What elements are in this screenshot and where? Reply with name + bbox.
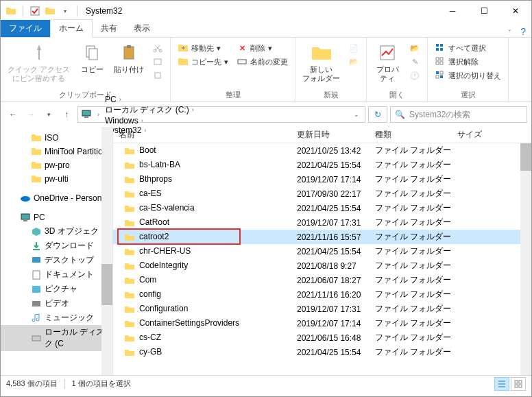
search-input[interactable]: 🔍 System32の検索 [390,106,527,123]
file-row[interactable]: Com2021/06/07 18:27ファイル フォルダー [113,273,531,287]
easy-access-button[interactable]: 📂 [346,56,362,68]
nav-tree[interactable]: ISOMiniTool Partitiopw-propw-ultiOneDriv… [1,127,113,375]
col-type[interactable]: 種類 [370,129,452,141]
column-headers[interactable]: 名前 更新日時 種類 サイズ [113,127,531,143]
file-row[interactable]: config2021/11/16 16:20ファイル フォルダー [113,287,531,302]
select-invert-button[interactable]: 選択の切り替え [432,69,504,82]
tree-scroll-thumb[interactable] [101,264,112,305]
new-folder-button[interactable]: 新しいフォルダー [300,40,343,84]
svg-rect-19 [436,71,439,74]
tab-home[interactable]: ホーム [50,19,93,38]
back-button[interactable]: ← [5,106,21,123]
tab-file[interactable]: ファイル [1,20,50,37]
refresh-button[interactable]: ↻ [368,106,387,123]
file-row[interactable]: Boot2021/10/25 13:42ファイル フォルダー [113,143,531,158]
svg-rect-36 [519,385,522,387]
tree-item[interactable]: OneDrive - Person [1,191,112,205]
col-name[interactable]: 名前 [113,129,291,141]
breadcrumb-segment[interactable]: PC› [102,95,197,104]
copy-to-button[interactable]: コピー先 ▾ [175,56,231,68]
search-placeholder: System32の検索 [409,109,470,121]
maximize-button[interactable]: ☐ [468,1,500,21]
tree-item[interactable]: MiniTool Partitio [1,145,112,158]
file-row[interactable]: Bthprops2019/12/07 17:14ファイル フォルダー [113,172,531,187]
tree-item[interactable]: ミュージック [1,311,112,325]
breadcrumb-segment[interactable]: Windows› [102,116,197,125]
history-button[interactable]: 🕐 [407,69,423,82]
svg-rect-32 [32,336,40,341]
cut-button[interactable] [149,42,166,54]
close-button[interactable]: ✕ [500,1,531,21]
properties-button[interactable]: プロパティ [371,40,404,84]
details-view-button[interactable] [494,377,509,391]
tree-item[interactable]: デスクトップ [1,253,112,267]
icons-view-button[interactable] [511,377,526,391]
delete-button[interactable]: ✕削除 ▾ [234,42,291,54]
file-row[interactable]: ca-ES2017/09/30 22:17ファイル フォルダー [113,187,531,201]
tree-item[interactable]: ピクチャ [1,282,112,296]
tree-item[interactable]: pw-ulti [1,172,112,186]
tree-item[interactable]: ローカル ディスク (C [1,325,112,351]
select-none-button[interactable]: 選択解除 [432,56,504,68]
minimize-button[interactable]: ─ [437,1,468,21]
hdd-icon [31,333,42,344]
edit-button[interactable]: ✎ [407,56,423,68]
col-date[interactable]: 更新日時 [291,129,370,141]
file-row[interactable]: cy-GB2021/04/25 15:54ファイル フォルダー [113,345,531,359]
select-all-button[interactable]: すべて選択 [432,42,504,54]
file-row[interactable]: bs-Latn-BA2021/04/25 15:54ファイル フォルダー [113,158,531,172]
forward-button[interactable]: → [23,106,39,123]
file-row[interactable]: CodeIntegrity2021/08/18 9:27ファイル フォルダー [113,258,531,273]
address-bar: ← → ▾ ↑ › PC›ローカル ディスク (C:)›Windows›Syst… [1,102,531,127]
tree-item[interactable]: 3D オブジェクト [1,224,112,239]
copy-button[interactable]: コピー [75,40,108,75]
copy-path-button[interactable] [149,56,166,68]
file-row[interactable]: ca-ES-valencia2021/04/25 15:54ファイル フォルダー [113,201,531,215]
list-scrollbar[interactable] [520,143,531,375]
file-row[interactable]: catroot22021/11/16 15:57ファイル フォルダー [113,230,531,244]
address-box[interactable]: › PC›ローカル ディスク (C:)›Windows›System32› ⌄ [77,106,365,123]
tree-item[interactable]: ドキュメント [1,267,112,282]
file-row[interactable]: ContainerSettingsProviders2019/12/07 17:… [113,316,531,330]
address-dropdown-icon[interactable]: ⌄ [351,111,362,118]
properties-checkbox-icon[interactable] [29,5,41,17]
tree-item[interactable] [1,205,112,210]
svg-rect-15 [436,58,439,60]
breadcrumb-segment[interactable]: ローカル ディスク (C:)› [102,104,197,116]
qat-folder-icon[interactable] [44,5,56,17]
svg-rect-29 [33,271,40,279]
3d-icon [31,226,42,237]
up-button[interactable]: ↑ [58,106,75,123]
svg-rect-20 [440,71,443,74]
tab-view[interactable]: 表示 [125,20,158,37]
file-row[interactable]: chr-CHER-US2021/04/25 15:54ファイル フォルダー [113,244,531,258]
tree-item[interactable]: ビデオ [1,296,112,311]
tree-item[interactable]: PC [1,210,112,224]
recent-dropdown[interactable]: ▾ [40,106,57,123]
rename-button[interactable]: 名前の変更 [234,56,291,68]
tree-scrollbar[interactable] [101,127,112,375]
open-button[interactable]: 📂 [407,42,423,54]
file-row[interactable]: Configuration2019/12/07 17:31ファイル フォルダー [113,302,531,316]
ribbon-collapse-icon[interactable]: ˇ [505,29,515,37]
tab-share[interactable]: 共有 [93,20,125,37]
paste-shortcut-button[interactable] [149,69,166,82]
tree-item[interactable]: ISO [1,131,112,145]
move-to-button[interactable]: 移動先 ▾ [175,42,231,54]
folder-icon [31,173,42,184]
tree-item[interactable]: pw-pro [1,158,112,172]
paste-button[interactable]: 貼り付け [111,40,147,75]
pin-to-quick-access-button[interactable]: クイック アクセスにピン留めする [5,40,73,84]
list-scroll-thumb[interactable] [520,143,531,171]
help-icon[interactable]: ? [515,26,531,37]
new-item-button[interactable]: 📄 [346,42,362,54]
tree-item[interactable] [1,186,112,191]
download-icon [31,241,42,252]
tree-item[interactable]: ダウンロード [1,239,112,253]
svg-rect-35 [515,385,518,387]
qat-dropdown-icon[interactable]: ▾ [59,5,71,17]
breadcrumb-chevron[interactable]: › [92,111,102,118]
file-row[interactable]: CatRoot2019/12/07 17:31ファイル フォルダー [113,215,531,230]
file-row[interactable]: cs-CZ2021/06/15 16:48ファイル フォルダー [113,330,531,345]
col-size[interactable]: サイズ [452,129,507,141]
